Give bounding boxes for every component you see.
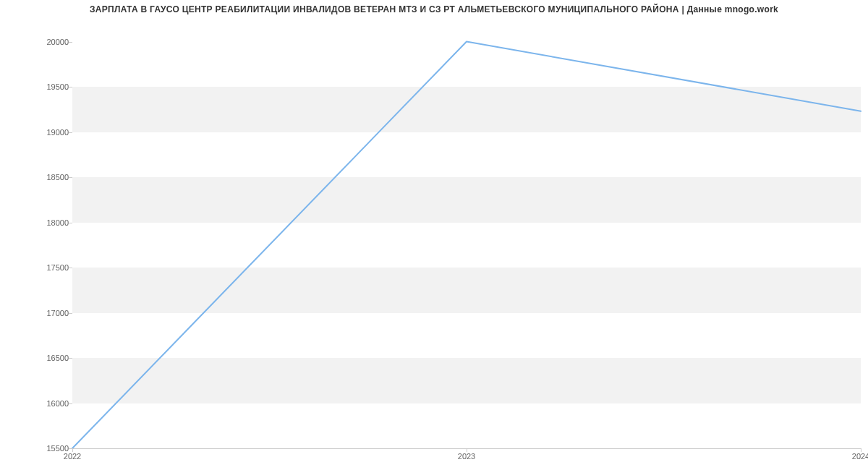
y-tick-label: 17000 xyxy=(4,309,69,317)
y-tick-label: 20000 xyxy=(4,38,69,46)
y-tick-mark xyxy=(69,42,72,43)
x-tick-label: 2024 xyxy=(852,452,868,461)
y-tick-label: 16000 xyxy=(4,399,69,408)
y-tick-mark xyxy=(69,268,72,268)
y-tick-mark xyxy=(69,223,72,223)
salary-line-chart: ЗАРПЛАТА В ГАУСО ЦЕНТР РЕАБИЛИТАЦИИ ИНВА… xyxy=(0,0,868,470)
plot-area xyxy=(72,33,861,448)
x-tick-mark xyxy=(861,448,861,452)
y-tick-mark xyxy=(69,87,72,87)
y-tick-mark xyxy=(69,132,72,133)
x-tick-mark xyxy=(467,448,467,452)
x-tick-label: 2023 xyxy=(458,452,475,461)
chart-title: ЗАРПЛАТА В ГАУСО ЦЕНТР РЕАБИЛИТАЦИИ ИНВА… xyxy=(0,4,868,14)
y-tick-label: 18000 xyxy=(4,218,69,227)
y-tick-label: 19000 xyxy=(4,128,69,137)
y-tick-label: 17500 xyxy=(4,263,69,272)
y-tick-label: 18500 xyxy=(4,173,69,181)
line-layer xyxy=(72,33,861,448)
y-tick-label: 16500 xyxy=(4,354,69,362)
y-tick-mark xyxy=(69,177,72,178)
y-tick-mark xyxy=(69,313,72,314)
y-tick-mark xyxy=(69,358,72,359)
y-tick-mark xyxy=(69,403,72,404)
x-tick-mark xyxy=(72,448,73,452)
series-line xyxy=(72,42,861,449)
y-tick-label: 15500 xyxy=(4,444,69,453)
y-tick-label: 19500 xyxy=(4,82,69,91)
x-tick-label: 2022 xyxy=(64,452,81,461)
